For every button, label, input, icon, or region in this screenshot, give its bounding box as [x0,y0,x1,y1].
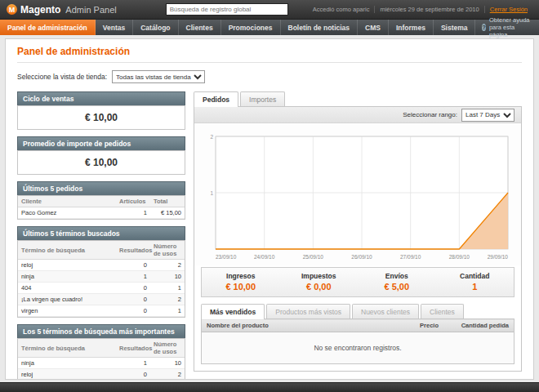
stat-revenue: Ingresos € 10,00 [202,268,280,296]
table-row[interactable]: Paco Gomez 1 € 15,00 [18,207,185,219]
svg-text:27/09/10: 27/09/10 [400,254,421,260]
logo-text: Magento [20,4,60,16]
svg-text:29/09/10: 29/09/10 [488,254,509,260]
nav-sales[interactable]: Ventas [96,20,133,35]
magento-logo-icon: M [7,4,17,15]
lifetime-sales-value: € 10,00 [18,106,185,129]
svg-text:24/09/10: 24/09/10 [254,254,275,260]
nav-dashboard[interactable]: Panel de administración [0,20,96,35]
lifetime-sales-panel: Ciclo de ventas € 10,00 [17,91,185,130]
nav-cms[interactable]: CMS [358,20,389,35]
top-search-terms-table: Término de búsqueda Resultados Número de… [18,339,185,380]
stat-tax: Impuestos € 0,00 [280,268,359,296]
range-select[interactable]: Last 7 Days [461,109,514,122]
logged-in-as: Accedió como aparic [308,6,375,13]
store-view-row: Seleccione la vista de tienda: Todas las… [17,70,522,83]
orders-chart: 1223/09/1024/09/1025/09/1026/09/1027/09/… [194,123,521,265]
dashboard-left-column: Ciclo de ventas € 10,00 Promedio de impo… [17,91,185,380]
table-row[interactable]: ninja 1 10 [18,358,185,369]
last-search-terms-title: Últimos 5 términos buscados [17,226,185,240]
table-row[interactable]: virgen 0 1 [18,305,185,317]
top-header: M Magento Admin Panel Accedió como apari… [0,0,539,20]
help-label: Obtener ayuda para esta página [489,16,532,38]
tab-new-customers[interactable]: Nuevos clientes [352,304,419,318]
top-search-terms-panel: Los 5 términos de búsqueda más important… [17,324,185,380]
nav-promotions[interactable]: Promociones [221,20,281,35]
average-orders-panel: Promedio de importe de pedidos € 10,00 [17,136,185,175]
svg-text:26/09/10: 26/09/10 [351,254,372,260]
orders-chart-svg: 1223/09/1024/09/1025/09/1026/09/1027/09/… [201,130,514,262]
last-search-terms-table: Término de búsqueda Resultados Número de… [18,241,185,317]
orders-tab-panel: Seleccionar rango: Last 7 Days 1223/09/1… [194,106,522,372]
last-orders-panel: Últimos 5 pedidos Cliente Artículos Tota… [17,181,185,220]
bestsellers-table: Nombre del producto Precio Cantidad pedi… [202,318,514,363]
average-orders-value: € 10,00 [18,151,185,174]
bottom-tabs: Más vendidos Productos más vistos Nuevos… [201,304,514,318]
table-row[interactable]: 404 0 1 [18,283,185,294]
table-header-row: Término de búsqueda Resultados Número de… [18,339,185,358]
store-view-select[interactable]: Todas las vistas de tienda [112,70,205,83]
magento-admin-screen: M Magento Admin Panel Accedió como apari… [0,0,539,392]
stat-shipping: Envíos € 5,00 [358,268,436,296]
empty-message: No se encontraron registros. [202,332,514,364]
session-info: Accedió como aparic miércoles 29 de sept… [308,6,532,13]
nav-customers[interactable]: Clientes [179,20,221,35]
nav-newsletter[interactable]: Boletín de noticias [281,20,359,35]
tab-bestsellers[interactable]: Más vendidos [201,304,265,319]
average-orders-title: Promedio de importe de pedidos [17,136,185,150]
page-help-link[interactable]: ? Obtener ayuda para esta página [475,20,539,35]
dashboard-right-column: Pedidos Importes Seleccionar rango: Last… [194,91,522,372]
last-orders-title: Últimos 5 pedidos [17,181,185,195]
tab-customers[interactable]: Clientes [421,304,464,318]
svg-text:23/09/10: 23/09/10 [216,254,237,260]
svg-text:1: 1 [210,190,213,196]
range-label: Seleccionar rango: [403,111,457,118]
page-title: Panel de administración [17,46,522,63]
svg-text:28/09/10: 28/09/10 [449,254,470,260]
main-nav: Panel de administración Ventas Catálogo … [0,20,539,35]
table-header-row: Nombre del producto Precio Cantidad pedi… [202,319,514,332]
footer-bar [0,382,539,392]
table-row[interactable]: reloj 0 2 [18,260,185,271]
table-row[interactable]: ¡La virgen que cuadro! 0 2 [18,294,185,305]
logout-link[interactable]: Cerrar Sesión [484,6,532,13]
global-search-input[interactable] [166,3,288,16]
magento-logo: M Magento Admin Panel [7,4,117,16]
nav-system[interactable]: Sistema [434,20,476,35]
stat-quantity: Cantidad 1 [436,268,514,296]
range-selector-row: Seleccionar rango: Last 7 Days [194,107,521,123]
last-search-terms-panel: Últimos 5 términos buscados Término de b… [17,226,185,318]
empty-row: No se encontraron registros. [202,332,514,364]
svg-text:25/09/10: 25/09/10 [303,254,324,260]
nav-reports[interactable]: Informes [389,20,434,35]
table-header-row: Término de búsqueda Resultados Número de… [18,241,185,260]
chart-tabs: Pedidos Importes [194,91,522,106]
nav-catalog[interactable]: Catálogo [133,20,178,35]
totals-bar: Ingresos € 10,00 Impuestos € 0,00 Envíos… [201,267,514,297]
lifetime-sales-title: Ciclo de ventas [17,91,185,105]
store-view-label: Seleccione la vista de tienda: [17,73,107,81]
logo-subtitle: Admin Panel [65,5,116,15]
table-header-row: Cliente Artículos Total [18,196,185,207]
tab-orders[interactable]: Pedidos [194,91,238,107]
table-row[interactable]: reloj 0 2 [18,369,185,381]
tab-most-viewed[interactable]: Productos más vistos [266,304,350,318]
table-row[interactable]: ninja 1 10 [18,271,185,283]
dashboard-content: Panel de administración Seleccione la vi… [5,38,534,380]
top-search-terms-title: Los 5 términos de búsqueda más important… [17,324,185,338]
svg-text:2: 2 [210,134,213,140]
help-icon: ? [482,24,485,31]
tab-amounts[interactable]: Importes [240,91,285,106]
last-orders-table: Cliente Artículos Total Paco Gomez 1 € 1… [18,196,185,219]
bestsellers-table-wrap: Nombre del producto Precio Cantidad pedi… [201,318,514,364]
current-date: miércoles 29 de septiembre de 2010 [374,6,483,13]
